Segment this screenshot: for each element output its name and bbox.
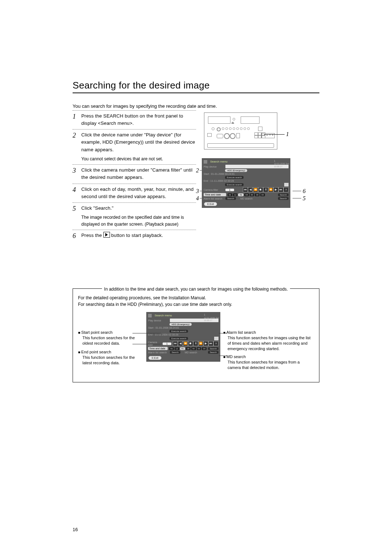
step-subtext: You cannot select devices that are not s… bbox=[81, 156, 196, 163]
camera-filter-label: Camera filter bbox=[204, 189, 224, 191]
step-text: Click on each of day, month, year, hour,… bbox=[81, 186, 196, 200]
play-device-label: Play device bbox=[204, 165, 224, 168]
callout-5: 5 bbox=[303, 195, 306, 202]
md-search-label: MD search bbox=[240, 197, 253, 200]
end-label: End : 11-11-2006 02:30:28 bbox=[204, 180, 234, 182]
search-menu-figure: 2 3 4 Search menu 1 12-01-2006 Sat 13:35… bbox=[202, 158, 319, 208]
start-point-desc: This function searches for the oldest re… bbox=[82, 335, 143, 346]
transport-controls[interactable]: ⏮ ◀ ⏪ ⏹ ⏸ ⏩ ▶ ⏭ ⤫ bbox=[243, 187, 289, 192]
step-6: 6 Press the button to start playback. bbox=[73, 230, 196, 241]
start-point-title: Start point search bbox=[78, 330, 143, 335]
alarm-search-button[interactable]: Search bbox=[225, 197, 236, 200]
start-execute[interactable]: Execute search bbox=[225, 176, 244, 179]
alarm-list-title: Alarm list search bbox=[223, 330, 314, 335]
step-4: 4 Click on each of day, month, year, hou… bbox=[73, 184, 196, 202]
step-number: 4 bbox=[73, 186, 78, 200]
section-title: Searching for the desired image bbox=[73, 80, 319, 93]
step-number: 6 bbox=[73, 232, 78, 239]
dvr-panel-figure: ⏏ bbox=[200, 112, 319, 149]
alarm-list-search: Alarm list search This function searches… bbox=[223, 330, 314, 352]
alarm-list-desc: This function searches for images using … bbox=[228, 335, 314, 352]
play-device-value[interactable]: HDD (Emergency) bbox=[225, 169, 247, 172]
step-number: 5 bbox=[73, 205, 78, 227]
transport-prev-icon[interactable]: ⏮ bbox=[243, 187, 248, 192]
step6-pre: Press the bbox=[81, 233, 103, 238]
step-number: 3 bbox=[73, 167, 78, 181]
step-number: 2 bbox=[73, 131, 78, 162]
callout-6: 6 bbox=[303, 188, 306, 194]
transport-play-icon[interactable]: ▶ bbox=[273, 187, 278, 192]
end-point-desc: This function searches for the latest re… bbox=[82, 355, 143, 366]
info-box-title: In addition to the time and date search,… bbox=[102, 287, 290, 292]
intro-text: You can search for images by specifying … bbox=[73, 103, 319, 109]
step-text: Press the button to start playback. bbox=[81, 232, 196, 239]
step-text: Click the camera number under "Camera fi… bbox=[81, 167, 196, 181]
transport-stop-icon[interactable]: ⏹ bbox=[258, 187, 263, 192]
md-search-button[interactable]: Search bbox=[278, 197, 289, 200]
callout-3: 3 bbox=[196, 188, 199, 194]
start-label: Start : 01-01-2006 08:24:01 bbox=[204, 173, 235, 175]
end-point-title: End point search bbox=[78, 350, 143, 354]
md-search-desc: This function searches for images from a… bbox=[228, 360, 314, 370]
time-date-fields[interactable]: 06 12 01 08 00 00 00 bbox=[228, 193, 265, 196]
step-1: 1 Press the SEARCH button on the front p… bbox=[73, 110, 196, 129]
step-text: Press the SEARCH button on the front pan… bbox=[81, 112, 196, 127]
end-point-search: End point search This function searches … bbox=[78, 350, 143, 366]
dvr-panel: ⏏ bbox=[204, 112, 277, 149]
transport-rev-icon[interactable]: ◀ bbox=[248, 187, 253, 192]
search-menu-ui: Search menu 1 12-01-2006 Sat 13:35:17 Pl… bbox=[202, 158, 290, 208]
menu-title: Search menu bbox=[209, 159, 229, 164]
md-search: MD search This function searches for ima… bbox=[223, 354, 314, 370]
transport-next-icon[interactable]: ⏭ bbox=[278, 187, 283, 192]
step-2: 2 Click the device name under "Play devi… bbox=[73, 129, 196, 164]
search-menu-ui-2: Search menu 1 12-01-2006 Sat 13:35:17 Pl… bbox=[146, 312, 220, 362]
end-execute[interactable]: Execute search bbox=[225, 183, 244, 186]
play-icon bbox=[103, 232, 110, 238]
info-line-2: For searching data in the HDD (Prelimina… bbox=[78, 302, 314, 307]
info-line-1: For the detailed operating procedures, s… bbox=[78, 295, 314, 300]
step-subtext: The image recorded on the specified date… bbox=[81, 214, 196, 227]
step-text: Click the device name under "Play device… bbox=[81, 131, 196, 153]
step-number: 1 bbox=[73, 112, 78, 127]
transport-rew-icon[interactable]: ⏪ bbox=[253, 187, 258, 192]
additional-methods-box: In addition to the time and date search,… bbox=[73, 288, 319, 382]
time-date-label: Time and date bbox=[204, 193, 226, 196]
callout-1: 1 bbox=[286, 131, 289, 138]
transport-pause-icon[interactable]: ⏸ bbox=[263, 187, 268, 192]
menu-clock: 1 12-01-2006 Sat 13:35:17 bbox=[274, 160, 289, 168]
step-text: Click "Search." bbox=[81, 205, 196, 212]
step-5: 5 Click "Search." The image recorded on … bbox=[73, 202, 196, 230]
callout-2: 2 bbox=[196, 167, 199, 174]
exit-button[interactable]: E:Exit bbox=[204, 202, 217, 206]
page-number: 16 bbox=[73, 527, 78, 532]
menu-title: Search menu bbox=[153, 313, 173, 318]
callout-4: 4 bbox=[196, 195, 199, 202]
transport-expand-icon[interactable]: ⤫ bbox=[283, 187, 289, 192]
transport-ff-icon[interactable]: ⏩ bbox=[268, 187, 273, 192]
camera-filter-value[interactable]: 1 bbox=[225, 189, 234, 191]
time-date-search-button[interactable]: Search bbox=[278, 193, 289, 196]
alarm-list-label: Alarm list search bbox=[204, 197, 224, 200]
md-search-title: MD search bbox=[223, 354, 314, 359]
step6-post: button to start playback. bbox=[111, 233, 163, 238]
step-3: 3 Click the camera number under "Camera … bbox=[73, 164, 196, 183]
